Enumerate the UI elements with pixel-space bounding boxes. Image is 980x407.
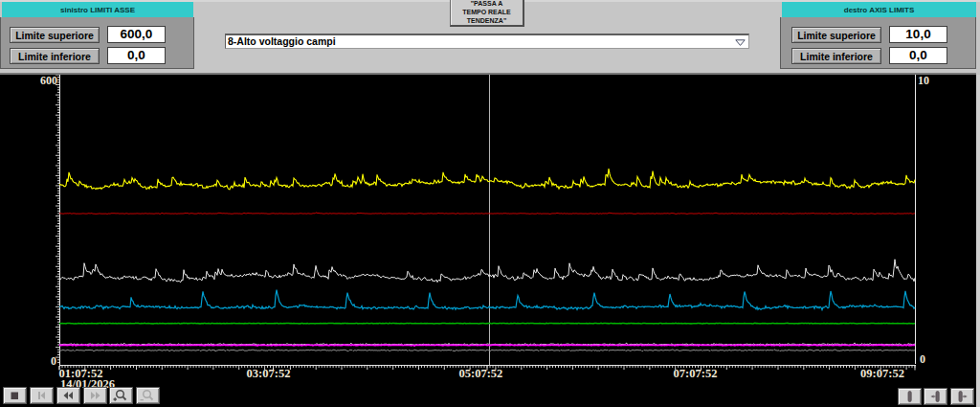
svg-text:07:07:52: 07:07:52 [674, 367, 718, 380]
svg-text:600: 600 [40, 75, 57, 87]
svg-text:05:07:52: 05:07:52 [458, 367, 502, 380]
svg-text:03:07:52: 03:07:52 [247, 367, 291, 380]
svg-text:0: 0 [51, 354, 56, 368]
svg-text:0: 0 [920, 352, 925, 366]
svg-text:09:07:52: 09:07:52 [860, 367, 904, 380]
svg-text:10: 10 [918, 75, 929, 87]
